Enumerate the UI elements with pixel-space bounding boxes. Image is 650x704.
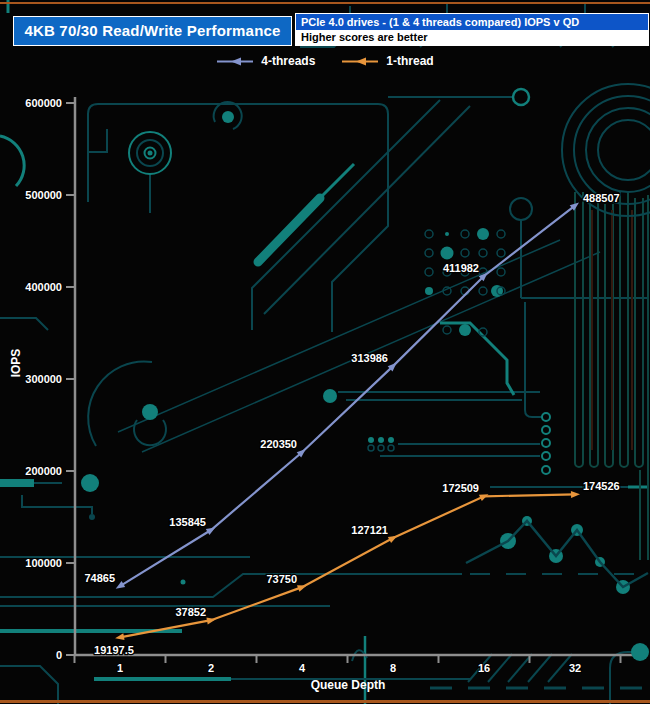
chart-subtitle-secondary: Higher scores are better (296, 30, 648, 45)
top-border-line (0, 2, 650, 4)
data-point-label: 411982 (443, 262, 479, 274)
data-point-label: 488507 (583, 192, 620, 204)
x-tick-label: 2 (208, 662, 214, 674)
chart-title: 4KB 70/30 Read/Write Performance (13, 16, 292, 46)
data-point-label: 127121 (351, 524, 388, 536)
data-point-label: 174526 (583, 480, 620, 492)
bottom-border-line (0, 700, 650, 703)
chart-subtitle-box: PCIe 4.0 drives - (1 & 4 threads compare… (295, 13, 649, 46)
legend-label-4-threads: 4-threads (261, 54, 315, 68)
x-tick-label: 16 (478, 662, 490, 674)
data-point-marker (479, 494, 489, 501)
axis-lines (75, 97, 648, 655)
y-tick-label: 0 (56, 649, 62, 661)
data-point-label: 172509 (442, 482, 479, 494)
chart-screenshot: 4KB 70/30 Read/Write Performance PCIe 4.… (0, 0, 650, 704)
legend-item-1-thread: 1-thread (341, 54, 433, 68)
data-point-label: 73750 (266, 573, 297, 585)
legend-arrow (356, 57, 366, 65)
legend-label-1-thread: 1-thread (386, 54, 433, 68)
data-point-marker (571, 491, 580, 498)
data-point-label: 74865 (84, 572, 115, 584)
data-point-marker (297, 585, 307, 592)
data-point-marker (115, 633, 125, 640)
x-tick-label: 4 (299, 662, 306, 674)
data-point-label: 19197.5 (94, 644, 134, 656)
data-point-marker (206, 527, 216, 535)
data-point-label: 220350 (260, 438, 297, 450)
data-point-marker (116, 581, 126, 589)
circuit-via (631, 643, 649, 661)
x-tick-label: 8 (390, 662, 396, 674)
legend: 4-threads 1-thread (0, 54, 650, 68)
series-line-4-threads (120, 206, 575, 587)
y-tick-label: 100000 (25, 557, 62, 569)
data-point-marker (388, 536, 398, 543)
data-point-label: 135845 (169, 516, 206, 528)
x-axis-title: Queue Depth (248, 678, 448, 692)
data-point-label: 37852 (175, 606, 206, 618)
chart-plot-canvas: 0100000200000300000400000500000600000124… (0, 0, 650, 704)
legend-arrow (231, 57, 241, 65)
y-tick-label: 200000 (25, 465, 62, 477)
series-marker-icon (341, 56, 379, 67)
y-axis-title: IOPS (9, 331, 23, 395)
data-point-label: 313986 (351, 352, 388, 364)
y-tick-label: 400000 (25, 281, 62, 293)
x-tick-label: 1 (117, 662, 123, 674)
y-tick-label: 300000 (25, 373, 62, 385)
series-marker-icon (216, 56, 254, 67)
legend-item-4-threads: 4-threads (216, 54, 315, 68)
x-tick-label: 32 (569, 662, 581, 674)
y-tick-label: 500000 (25, 189, 62, 201)
y-tick-label: 600000 (25, 97, 62, 109)
chart-subtitle-primary: PCIe 4.0 drives - (1 & 4 threads compare… (296, 14, 648, 30)
